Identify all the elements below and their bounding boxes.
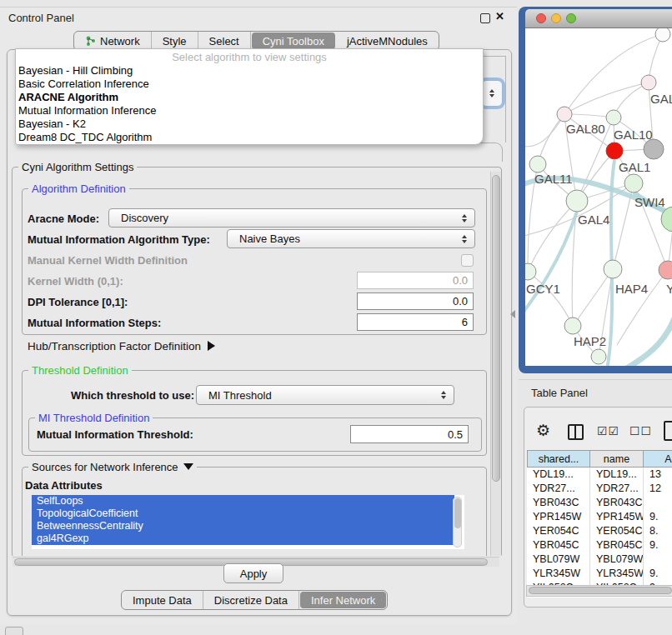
table-row[interactable]: YER054CYER054C8. bbox=[527, 524, 672, 538]
network-canvas[interactable]: GALGAL80GAL10GAL1GAL11SWI4GAL4GCY1HAP4YH… bbox=[525, 28, 672, 366]
sources-group-title[interactable]: Sources for Network Inference bbox=[28, 462, 197, 473]
section-divider bbox=[519, 379, 672, 380]
algorithm-option[interactable]: Basic Correlation Inference bbox=[16, 78, 483, 91]
table-row[interactable]: YDR27...YDR27...12 bbox=[527, 482, 672, 496]
table-row[interactable]: YBR045CYBR045C9. bbox=[527, 538, 672, 552]
table-cell: 9. bbox=[644, 538, 672, 552]
network-node[interactable] bbox=[566, 190, 588, 212]
table-cell: YER054C bbox=[590, 524, 644, 538]
algorithm-options-list: Bayesian - Hill ClimbingBasic Correlatio… bbox=[16, 64, 483, 144]
network-node[interactable] bbox=[564, 318, 581, 334]
control-panel: Control Panel ✕ Network Style Select Cyn… bbox=[0, 7, 517, 624]
table-cell: 9. bbox=[644, 510, 672, 524]
kernel-width-field[interactable]: 0.0 bbox=[357, 272, 474, 289]
network-node-label: GAL11 bbox=[534, 172, 573, 186]
network-node[interactable] bbox=[644, 139, 664, 159]
table-column-header[interactable]: A bbox=[644, 450, 672, 468]
network-edge[interactable] bbox=[573, 269, 613, 326]
table-cell: YBR043C bbox=[590, 496, 644, 510]
algorithm-option[interactable]: Dream8 DC_TDC Algorithm bbox=[16, 131, 483, 144]
gear-icon[interactable]: ⚙ bbox=[536, 421, 550, 440]
table-row[interactable]: YBL079WYBL079W bbox=[527, 552, 672, 567]
panel-splitter-arrow[interactable] bbox=[510, 310, 515, 318]
hub-definition-toggle[interactable]: Hub/Transcription Factor Definition bbox=[28, 340, 215, 352]
data-attribute-item[interactable]: gal4RGexp bbox=[32, 532, 454, 545]
mi-steps-field[interactable]: 6 bbox=[357, 313, 474, 331]
which-threshold-value: MI Threshold bbox=[208, 389, 272, 402]
algorithm-option[interactable]: Bayesian - K2 bbox=[16, 118, 483, 131]
table-panel-title: Table Panel bbox=[531, 387, 588, 399]
column-layout-icon[interactable] bbox=[568, 424, 584, 440]
table-cell: YDR27... bbox=[590, 482, 644, 496]
apply-button[interactable]: Apply bbox=[223, 563, 283, 583]
dpi-tolerance-field[interactable]: 0.0 bbox=[357, 292, 474, 310]
aracne-mode-label: Aracne Mode: bbox=[28, 212, 99, 225]
algorithm-option[interactable]: Bayesian - Hill Climbing bbox=[16, 64, 483, 78]
combo-stepper-icon bbox=[462, 235, 467, 243]
zoom-traffic-light-icon[interactable] bbox=[566, 13, 576, 23]
algorithm-option[interactable]: Mutual Information Inference bbox=[16, 104, 483, 118]
table-cell: 9. bbox=[644, 567, 672, 581]
hidden-group-border bbox=[482, 56, 506, 57]
combo-stepper-icon bbox=[441, 391, 446, 399]
threshold-group-title: Threshold Definition bbox=[28, 365, 132, 377]
table-cell: 13 bbox=[644, 468, 672, 482]
network-window-titlebar[interactable] bbox=[525, 9, 672, 28]
close-traffic-light-icon[interactable] bbox=[536, 13, 546, 23]
tab-impute-data[interactable]: Impute Data bbox=[122, 591, 203, 609]
table-column-header[interactable]: shared... bbox=[527, 450, 590, 468]
network-edge[interactable] bbox=[564, 34, 663, 114]
hidden-combo-stepper[interactable] bbox=[481, 80, 503, 107]
network-edge-highlighted[interactable] bbox=[624, 305, 672, 366]
table-row[interactable]: YBR043CYBR043C bbox=[527, 496, 672, 510]
table-row[interactable]: YDL19...YDL19...13 bbox=[527, 468, 672, 482]
tab-discretize-data[interactable]: Discretize Data bbox=[203, 591, 299, 609]
network-node[interactable] bbox=[529, 156, 546, 172]
network-node[interactable] bbox=[655, 28, 670, 42]
table-horizontal-scrollbar-thumb[interactable] bbox=[529, 587, 672, 594]
deselect-all-checkboxes-icon[interactable]: ☐☐ bbox=[629, 424, 652, 438]
table-row[interactable]: YPR145WYPR145W9. bbox=[527, 510, 672, 524]
network-node[interactable] bbox=[624, 174, 643, 192]
data-attributes-list: SelfLoopsTopologicalCoefficientBetweenne… bbox=[32, 495, 464, 549]
table-function-icon[interactable] bbox=[664, 421, 672, 441]
table-cell: YBL079W bbox=[527, 552, 590, 567]
data-attribute-item[interactable]: TopologicalCoefficient bbox=[32, 508, 454, 520]
network-node[interactable] bbox=[604, 260, 622, 278]
aracne-mode-combo[interactable]: Discovery bbox=[108, 208, 475, 228]
table-header-row[interactable]: shared...nameA bbox=[527, 450, 672, 468]
bottom-tab-bar: Impute Data Discretize Data Infer Networ… bbox=[121, 590, 388, 610]
network-node[interactable] bbox=[641, 75, 656, 90]
collapsed-panel-button[interactable] bbox=[5, 627, 23, 635]
table-cell: YLR345W bbox=[527, 567, 590, 581]
network-node[interactable] bbox=[606, 142, 623, 159]
combo-stepper-icon bbox=[462, 214, 467, 222]
network-window: GALGAL80GAL10GAL1GAL11SWI4GAL4GCY1HAP4YH… bbox=[519, 7, 672, 373]
data-attribute-item[interactable]: BetweennessCentrality bbox=[32, 520, 454, 532]
network-edge[interactable] bbox=[564, 82, 649, 114]
minimize-traffic-light-icon[interactable] bbox=[551, 13, 561, 23]
network-node-label: GAL10 bbox=[614, 128, 653, 142]
which-threshold-combo[interactable]: MI Threshold bbox=[196, 385, 454, 405]
tab-infer-network[interactable]: Infer Network bbox=[300, 592, 386, 608]
table-column-header[interactable]: name bbox=[590, 450, 644, 468]
algorithm-definition-title: Algorithm Definition bbox=[28, 183, 129, 195]
settings-vertical-scrollbar-thumb[interactable] bbox=[492, 175, 500, 482]
network-node[interactable] bbox=[659, 261, 672, 279]
network-node[interactable] bbox=[557, 107, 572, 122]
mi-type-combo[interactable]: Naive Bayes bbox=[227, 229, 475, 248]
data-attribute-item[interactable]: SelfLoops bbox=[32, 495, 454, 508]
hidden-control-corner bbox=[464, 142, 503, 162]
table-row[interactable]: YLR345WYLR345W9. bbox=[527, 567, 672, 581]
network-edge[interactable] bbox=[528, 201, 577, 272]
network-node-label: GAL bbox=[650, 92, 672, 106]
network-node[interactable] bbox=[606, 110, 621, 125]
manual-kernel-checkbox[interactable] bbox=[461, 254, 474, 267]
network-node[interactable] bbox=[591, 349, 606, 364]
mi-threshold-field[interactable]: 0.5 bbox=[350, 425, 469, 443]
algorithm-option[interactable]: ARACNE Algorithm bbox=[16, 91, 483, 104]
table-body[interactable]: YDL19...YDL19...13YDR27...YDR27...12YBR0… bbox=[527, 468, 672, 598]
select-all-checkboxes-icon[interactable]: ☑☑ bbox=[597, 424, 619, 438]
attributes-scrollbar-thumb[interactable] bbox=[454, 498, 461, 528]
manual-kernel-label: Manual Kernel Width Definition bbox=[28, 254, 188, 267]
